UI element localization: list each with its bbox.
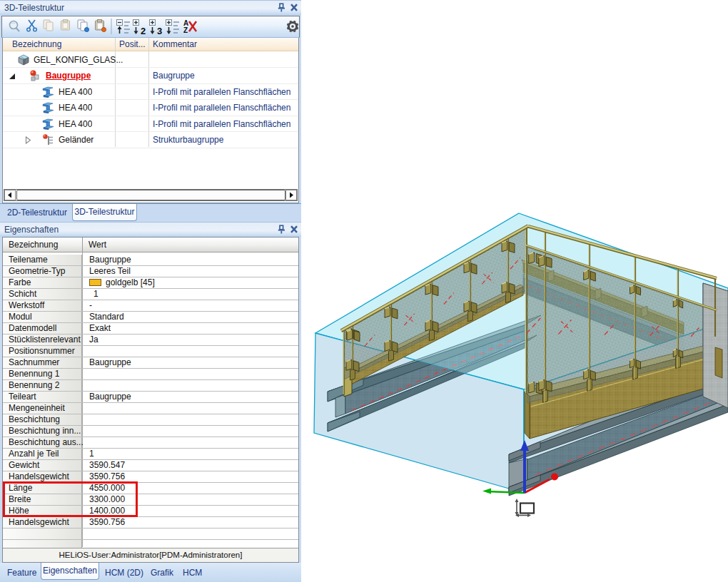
svg-text:2: 2 bbox=[141, 26, 146, 36]
svg-text:Z: Z bbox=[183, 26, 188, 34]
svg-text:3: 3 bbox=[157, 26, 162, 36]
